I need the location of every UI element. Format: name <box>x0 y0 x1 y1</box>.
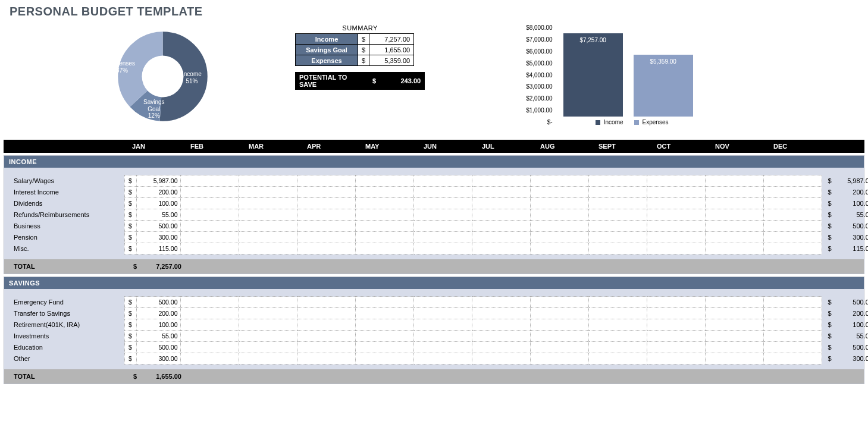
cell-empty[interactable] <box>239 221 297 232</box>
cell-empty[interactable] <box>239 175 297 187</box>
cell-empty[interactable] <box>588 353 647 365</box>
cell-empty[interactable] <box>180 232 239 243</box>
cell-currency[interactable]: $ <box>124 243 136 255</box>
cell-value[interactable]: 100.00 <box>136 198 180 209</box>
cell-currency[interactable]: $ <box>124 232 136 243</box>
cell-empty[interactable] <box>355 209 413 221</box>
cell-empty[interactable] <box>472 353 530 365</box>
cell-empty[interactable] <box>763 319 822 331</box>
cell-empty[interactable] <box>647 232 705 243</box>
cell-empty[interactable] <box>413 319 472 331</box>
cell-value[interactable]: 500.00 <box>136 297 180 308</box>
cell-currency[interactable]: $ <box>124 353 136 365</box>
cell-empty[interactable] <box>297 243 355 255</box>
cell-empty[interactable] <box>530 175 588 187</box>
cell-empty[interactable] <box>763 353 822 365</box>
cell-empty[interactable] <box>588 209 647 221</box>
cell-empty[interactable] <box>588 342 647 353</box>
cell-empty[interactable] <box>705 331 763 342</box>
cell-empty[interactable] <box>355 342 413 353</box>
cell-value[interactable]: 55.00 <box>136 209 180 221</box>
cell-empty[interactable] <box>763 175 822 187</box>
cell-value[interactable]: 5,987.00 <box>136 175 180 187</box>
cell-empty[interactable] <box>705 221 763 232</box>
cell-empty[interactable] <box>530 198 588 209</box>
cell-empty[interactable] <box>472 198 530 209</box>
cell-empty[interactable] <box>647 342 705 353</box>
cell-empty[interactable] <box>530 353 588 365</box>
cell-value[interactable]: 500.00 <box>136 342 180 353</box>
cell-empty[interactable] <box>763 198 822 209</box>
cell-empty[interactable] <box>763 331 822 342</box>
cell-empty[interactable] <box>705 175 763 187</box>
cell-empty[interactable] <box>355 187 413 198</box>
cell-empty[interactable] <box>763 232 822 243</box>
cell-empty[interactable] <box>705 308 763 319</box>
cell-empty[interactable] <box>530 331 588 342</box>
cell-empty[interactable] <box>180 198 239 209</box>
cell-empty[interactable] <box>180 297 239 308</box>
cell-empty[interactable] <box>355 221 413 232</box>
cell-empty[interactable] <box>413 297 472 308</box>
cell-empty[interactable] <box>647 353 705 365</box>
cell-empty[interactable] <box>530 308 588 319</box>
cell-empty[interactable] <box>705 209 763 221</box>
cell-value[interactable]: 300.00 <box>136 353 180 365</box>
cell-empty[interactable] <box>647 175 705 187</box>
cell-empty[interactable] <box>297 353 355 365</box>
cell-empty[interactable] <box>530 232 588 243</box>
cell-empty[interactable] <box>647 243 705 255</box>
cell-empty[interactable] <box>180 319 239 331</box>
cell-empty[interactable] <box>297 187 355 198</box>
cell-empty[interactable] <box>239 331 297 342</box>
cell-empty[interactable] <box>472 232 530 243</box>
cell-empty[interactable] <box>647 221 705 232</box>
cell-empty[interactable] <box>588 331 647 342</box>
cell-empty[interactable] <box>588 198 647 209</box>
cell-empty[interactable] <box>763 297 822 308</box>
cell-empty[interactable] <box>239 209 297 221</box>
cell-empty[interactable] <box>297 342 355 353</box>
cell-empty[interactable] <box>413 187 472 198</box>
cell-empty[interactable] <box>355 297 413 308</box>
cell-empty[interactable] <box>588 319 647 331</box>
cell-empty[interactable] <box>297 297 355 308</box>
cell-empty[interactable] <box>588 243 647 255</box>
cell-empty[interactable] <box>588 187 647 198</box>
cell-currency[interactable]: $ <box>124 331 136 342</box>
cell-empty[interactable] <box>763 187 822 198</box>
cell-empty[interactable] <box>647 331 705 342</box>
cell-value[interactable]: 500.00 <box>136 221 180 232</box>
cell-value[interactable]: 300.00 <box>136 232 180 243</box>
cell-empty[interactable] <box>297 331 355 342</box>
cell-empty[interactable] <box>763 209 822 221</box>
cell-empty[interactable] <box>763 308 822 319</box>
cell-empty[interactable] <box>413 232 472 243</box>
cell-empty[interactable] <box>413 342 472 353</box>
cell-empty[interactable] <box>472 175 530 187</box>
cell-empty[interactable] <box>180 342 239 353</box>
cell-empty[interactable] <box>180 331 239 342</box>
cell-empty[interactable] <box>180 209 239 221</box>
cell-empty[interactable] <box>180 175 239 187</box>
cell-empty[interactable] <box>413 175 472 187</box>
cell-empty[interactable] <box>530 221 588 232</box>
cell-empty[interactable] <box>472 308 530 319</box>
cell-empty[interactable] <box>472 297 530 308</box>
cell-currency[interactable]: $ <box>124 209 136 221</box>
cell-empty[interactable] <box>472 221 530 232</box>
cell-empty[interactable] <box>588 175 647 187</box>
cell-value[interactable]: 200.00 <box>136 308 180 319</box>
cell-currency[interactable]: $ <box>124 198 136 209</box>
cell-currency[interactable]: $ <box>124 319 136 331</box>
cell-empty[interactable] <box>180 353 239 365</box>
cell-empty[interactable] <box>647 198 705 209</box>
cell-empty[interactable] <box>355 353 413 365</box>
cell-empty[interactable] <box>355 198 413 209</box>
cell-empty[interactable] <box>705 187 763 198</box>
cell-empty[interactable] <box>705 353 763 365</box>
cell-empty[interactable] <box>355 331 413 342</box>
cell-empty[interactable] <box>472 319 530 331</box>
cell-empty[interactable] <box>239 232 297 243</box>
cell-empty[interactable] <box>239 198 297 209</box>
